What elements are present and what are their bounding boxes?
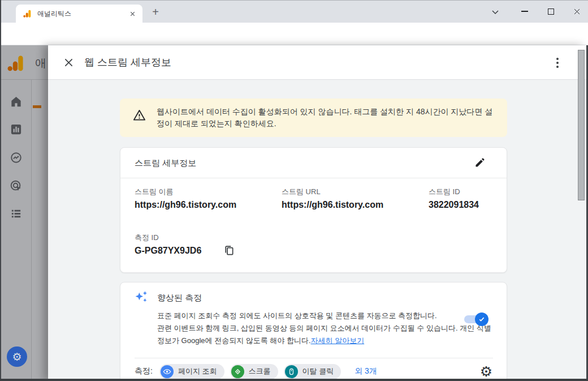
scrollbar-thumb[interactable] [578, 50, 585, 200]
stream-details-card: 스트림 세부정보 스트림 이름 스트림 URL 스트림 ID https://g… [120, 147, 507, 273]
chip-page-view[interactable]: 페이지 조회 [159, 364, 224, 379]
new-tab-button[interactable]: + [148, 5, 163, 19]
measuring-row: 측정: 페이지 조회 스크롤 이탈 클릭 [135, 363, 493, 380]
sparkle-icon [134, 290, 148, 304]
description-line1: 표준 페이지 조회수 측정 외에도 사이트의 상호작용 및 콘텐츠를 자동으로 … [157, 310, 497, 322]
enhanced-measurement-toggle[interactable] [460, 312, 488, 326]
minimize-button[interactable] [517, 6, 533, 17]
tab-title: 애널리틱스 [37, 9, 128, 19]
eye-icon [161, 365, 174, 378]
card-title: 스트림 세부정보 [135, 158, 196, 169]
card-title: 향상된 측정 [157, 293, 202, 303]
dialog-title: 웹 스트림 세부정보 [84, 45, 171, 80]
library-list-icon[interactable] [10, 207, 23, 220]
stream-url-value: https://gh96.tistory.com [282, 200, 383, 210]
home-icon[interactable] [10, 95, 23, 108]
maximize-icon [548, 8, 554, 15]
copy-icon[interactable] [223, 245, 235, 256]
enhanced-measurement-card: 향상된 측정 표준 페이지 조회수 측정 외에도 사이트의 상호작용 및 콘텐츠… [120, 282, 507, 381]
browser-toolbar: ← → ↻ analytics.google.com/analytics/web… [0, 23, 588, 45]
mouse-icon [285, 365, 298, 378]
window-border [0, 0, 588, 1]
web-stream-details-dialog: 웹 스트림 세부정보 웹사이트에서 데이터 수집이 활성화되어 있지 않습니다.… [48, 45, 586, 381]
card-description: 표준 페이지 조회수 측정 외에도 사이트의 상호작용 및 콘텐츠를 자동으로 … [157, 310, 497, 347]
close-icon [573, 7, 581, 16]
dialog-header: 웹 스트림 세부정보 [48, 45, 586, 80]
stream-id-value: 3822091834 [429, 200, 479, 210]
measurement-id-label: 측정 ID [135, 233, 159, 243]
dialog-menu-kebab-icon[interactable] [552, 57, 563, 69]
window-border [0, 379, 588, 381]
chip-label: 이탈 클릭 [302, 366, 334, 376]
dimmed-tab-indicator [33, 105, 41, 108]
divider [120, 178, 507, 178]
window-border [0, 0, 1, 381]
settings-gear-icon[interactable]: ⚙ [478, 363, 495, 380]
admin-gear-button[interactable]: ⚙ [7, 346, 27, 367]
app-title-partial: 애 [35, 55, 46, 71]
advertising-icon[interactable] [10, 179, 23, 192]
chip-label: 페이지 조회 [178, 366, 217, 376]
dialog-close-icon[interactable] [63, 57, 75, 69]
field-label: 스트림 URL [282, 187, 321, 197]
minimize-icon [521, 11, 528, 12]
chip-outbound-click[interactable]: 이탈 클릭 [284, 364, 341, 379]
learn-more-link[interactable]: 자세히 알아보기 [311, 336, 365, 345]
measurement-id-value: G-PG87YX9JD6 [135, 246, 201, 256]
toggle-thumb-check-icon [475, 312, 488, 326]
browser-titlebar: 애널리틱스 + [0, 0, 588, 23]
edit-pencil-icon[interactable] [474, 157, 486, 168]
divider [0, 79, 48, 80]
analytics-logo-icon [6, 54, 25, 72]
chip-scroll[interactable]: 스크롤 [230, 364, 278, 379]
tab-close-icon[interactable] [128, 9, 137, 18]
description-rest: 관련 이벤트와 함께 링크, 삽입된 동영상 등의 페이지 요소에서 데이터가 … [157, 322, 497, 347]
maximize-button[interactable] [543, 6, 559, 17]
close-window-button[interactable] [569, 6, 585, 17]
divider [135, 358, 493, 358]
explore-icon[interactable] [10, 151, 23, 164]
field-label: 스트림 ID [429, 187, 460, 197]
measuring-label: 측정: [135, 366, 153, 376]
warning-banner: 웹사이트에서 데이터 수집이 활성화되어 있지 않습니다. 태그를 설치한 지 … [120, 99, 507, 137]
browser-window: 애널리틱스 + ← → ↻ analytics.google.com/analy… [0, 0, 588, 381]
field-label: 스트림 이름 [135, 187, 174, 197]
scroll-icon [231, 365, 244, 378]
stream-name-value: https://gh96.tistory.com [135, 200, 236, 210]
tab-search-chevron-icon[interactable] [490, 6, 501, 18]
chip-label: 스크롤 [249, 366, 271, 376]
warning-text: 웹사이트에서 데이터 수집이 활성화되어 있지 않습니다. 태그를 설치한 지 … [157, 106, 496, 130]
warning-triangle-icon [133, 109, 146, 122]
reports-icon[interactable] [10, 123, 23, 136]
more-events-link[interactable]: 외 3개 [354, 366, 377, 376]
divider [31, 80, 32, 381]
browser-tab[interactable]: 애널리틱스 [16, 5, 142, 23]
analytics-favicon-icon [23, 9, 32, 18]
